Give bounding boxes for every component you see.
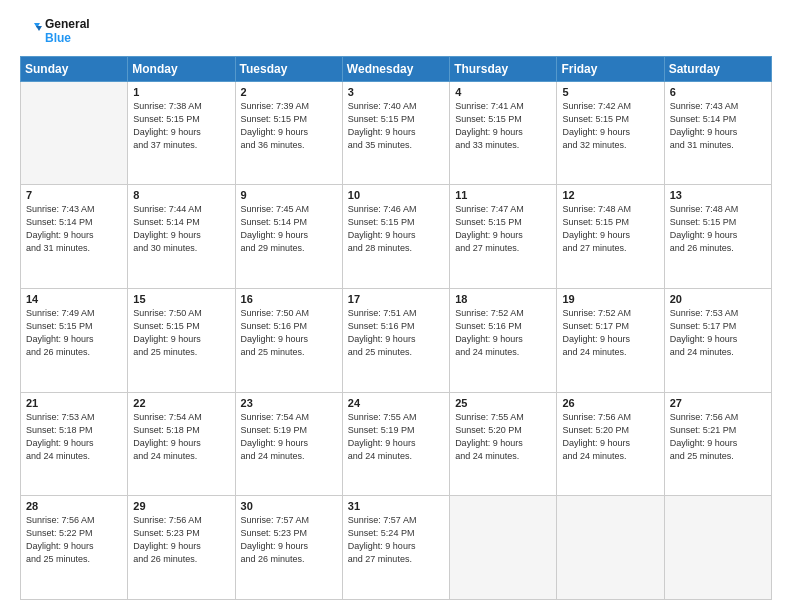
- day-number: 4: [455, 86, 551, 98]
- day-number: 5: [562, 86, 658, 98]
- calendar-day: 31Sunrise: 7:57 AM Sunset: 5:24 PM Dayli…: [342, 496, 449, 600]
- calendar-day: 9Sunrise: 7:45 AM Sunset: 5:14 PM Daylig…: [235, 185, 342, 289]
- day-number: 15: [133, 293, 229, 305]
- calendar-day: 20Sunrise: 7:53 AM Sunset: 5:17 PM Dayli…: [664, 288, 771, 392]
- day-number: 18: [455, 293, 551, 305]
- logo-blue-text: Blue: [45, 32, 90, 46]
- weekday-header-tuesday: Tuesday: [235, 56, 342, 81]
- day-number: 9: [241, 189, 337, 201]
- weekday-header-friday: Friday: [557, 56, 664, 81]
- day-number: 8: [133, 189, 229, 201]
- calendar-day: 23Sunrise: 7:54 AM Sunset: 5:19 PM Dayli…: [235, 392, 342, 496]
- page: General Blue SundayMondayTuesdayWednesda…: [0, 0, 792, 612]
- calendar-day: 28Sunrise: 7:56 AM Sunset: 5:22 PM Dayli…: [21, 496, 128, 600]
- calendar-week-2: 7Sunrise: 7:43 AM Sunset: 5:14 PM Daylig…: [21, 185, 772, 289]
- day-number: 6: [670, 86, 766, 98]
- day-number: 17: [348, 293, 444, 305]
- day-info: Sunrise: 7:56 AM Sunset: 5:21 PM Dayligh…: [670, 411, 766, 463]
- calendar-day: 21Sunrise: 7:53 AM Sunset: 5:18 PM Dayli…: [21, 392, 128, 496]
- day-info: Sunrise: 7:54 AM Sunset: 5:19 PM Dayligh…: [241, 411, 337, 463]
- weekday-header-wednesday: Wednesday: [342, 56, 449, 81]
- day-info: Sunrise: 7:42 AM Sunset: 5:15 PM Dayligh…: [562, 100, 658, 152]
- calendar-week-3: 14Sunrise: 7:49 AM Sunset: 5:15 PM Dayli…: [21, 288, 772, 392]
- calendar-week-5: 28Sunrise: 7:56 AM Sunset: 5:22 PM Dayli…: [21, 496, 772, 600]
- day-info: Sunrise: 7:54 AM Sunset: 5:18 PM Dayligh…: [133, 411, 229, 463]
- day-info: Sunrise: 7:56 AM Sunset: 5:20 PM Dayligh…: [562, 411, 658, 463]
- calendar-day: 2Sunrise: 7:39 AM Sunset: 5:15 PM Daylig…: [235, 81, 342, 185]
- day-number: 3: [348, 86, 444, 98]
- day-number: 12: [562, 189, 658, 201]
- day-info: Sunrise: 7:48 AM Sunset: 5:15 PM Dayligh…: [670, 203, 766, 255]
- logo-svg-icon: [20, 21, 42, 43]
- day-info: Sunrise: 7:50 AM Sunset: 5:15 PM Dayligh…: [133, 307, 229, 359]
- calendar-day: 13Sunrise: 7:48 AM Sunset: 5:15 PM Dayli…: [664, 185, 771, 289]
- weekday-header-saturday: Saturday: [664, 56, 771, 81]
- day-info: Sunrise: 7:46 AM Sunset: 5:15 PM Dayligh…: [348, 203, 444, 255]
- weekday-header-row: SundayMondayTuesdayWednesdayThursdayFrid…: [21, 56, 772, 81]
- weekday-header-thursday: Thursday: [450, 56, 557, 81]
- day-info: Sunrise: 7:44 AM Sunset: 5:14 PM Dayligh…: [133, 203, 229, 255]
- calendar-day: 4Sunrise: 7:41 AM Sunset: 5:15 PM Daylig…: [450, 81, 557, 185]
- svg-marker-1: [36, 26, 42, 31]
- calendar-day: 29Sunrise: 7:56 AM Sunset: 5:23 PM Dayli…: [128, 496, 235, 600]
- day-info: Sunrise: 7:48 AM Sunset: 5:15 PM Dayligh…: [562, 203, 658, 255]
- day-number: 30: [241, 500, 337, 512]
- day-number: 21: [26, 397, 122, 409]
- calendar-day: 7Sunrise: 7:43 AM Sunset: 5:14 PM Daylig…: [21, 185, 128, 289]
- day-info: Sunrise: 7:40 AM Sunset: 5:15 PM Dayligh…: [348, 100, 444, 152]
- day-number: 14: [26, 293, 122, 305]
- calendar-day: [21, 81, 128, 185]
- day-number: 19: [562, 293, 658, 305]
- calendar-day: 16Sunrise: 7:50 AM Sunset: 5:16 PM Dayli…: [235, 288, 342, 392]
- logo: General Blue: [20, 18, 90, 46]
- day-info: Sunrise: 7:51 AM Sunset: 5:16 PM Dayligh…: [348, 307, 444, 359]
- day-info: Sunrise: 7:49 AM Sunset: 5:15 PM Dayligh…: [26, 307, 122, 359]
- day-number: 11: [455, 189, 551, 201]
- day-info: Sunrise: 7:45 AM Sunset: 5:14 PM Dayligh…: [241, 203, 337, 255]
- calendar-day: [664, 496, 771, 600]
- calendar-day: 26Sunrise: 7:56 AM Sunset: 5:20 PM Dayli…: [557, 392, 664, 496]
- calendar-day: 1Sunrise: 7:38 AM Sunset: 5:15 PM Daylig…: [128, 81, 235, 185]
- day-info: Sunrise: 7:43 AM Sunset: 5:14 PM Dayligh…: [670, 100, 766, 152]
- calendar-day: 24Sunrise: 7:55 AM Sunset: 5:19 PM Dayli…: [342, 392, 449, 496]
- day-number: 23: [241, 397, 337, 409]
- calendar-day: 30Sunrise: 7:57 AM Sunset: 5:23 PM Dayli…: [235, 496, 342, 600]
- day-info: Sunrise: 7:55 AM Sunset: 5:19 PM Dayligh…: [348, 411, 444, 463]
- weekday-header-monday: Monday: [128, 56, 235, 81]
- day-info: Sunrise: 7:57 AM Sunset: 5:23 PM Dayligh…: [241, 514, 337, 566]
- day-number: 1: [133, 86, 229, 98]
- day-info: Sunrise: 7:57 AM Sunset: 5:24 PM Dayligh…: [348, 514, 444, 566]
- day-number: 26: [562, 397, 658, 409]
- day-info: Sunrise: 7:47 AM Sunset: 5:15 PM Dayligh…: [455, 203, 551, 255]
- calendar-day: [557, 496, 664, 600]
- day-number: 27: [670, 397, 766, 409]
- day-info: Sunrise: 7:41 AM Sunset: 5:15 PM Dayligh…: [455, 100, 551, 152]
- weekday-header-sunday: Sunday: [21, 56, 128, 81]
- calendar-day: 15Sunrise: 7:50 AM Sunset: 5:15 PM Dayli…: [128, 288, 235, 392]
- header: General Blue: [20, 18, 772, 46]
- calendar-day: 22Sunrise: 7:54 AM Sunset: 5:18 PM Dayli…: [128, 392, 235, 496]
- logo-general-text: General: [45, 18, 90, 32]
- day-info: Sunrise: 7:56 AM Sunset: 5:23 PM Dayligh…: [133, 514, 229, 566]
- day-number: 22: [133, 397, 229, 409]
- calendar-day: 6Sunrise: 7:43 AM Sunset: 5:14 PM Daylig…: [664, 81, 771, 185]
- calendar-week-4: 21Sunrise: 7:53 AM Sunset: 5:18 PM Dayli…: [21, 392, 772, 496]
- calendar-day: 17Sunrise: 7:51 AM Sunset: 5:16 PM Dayli…: [342, 288, 449, 392]
- day-number: 2: [241, 86, 337, 98]
- day-number: 29: [133, 500, 229, 512]
- calendar-day: 11Sunrise: 7:47 AM Sunset: 5:15 PM Dayli…: [450, 185, 557, 289]
- day-info: Sunrise: 7:50 AM Sunset: 5:16 PM Dayligh…: [241, 307, 337, 359]
- day-info: Sunrise: 7:52 AM Sunset: 5:17 PM Dayligh…: [562, 307, 658, 359]
- calendar-day: 14Sunrise: 7:49 AM Sunset: 5:15 PM Dayli…: [21, 288, 128, 392]
- day-number: 31: [348, 500, 444, 512]
- day-info: Sunrise: 7:38 AM Sunset: 5:15 PM Dayligh…: [133, 100, 229, 152]
- day-number: 16: [241, 293, 337, 305]
- day-number: 7: [26, 189, 122, 201]
- day-info: Sunrise: 7:53 AM Sunset: 5:18 PM Dayligh…: [26, 411, 122, 463]
- calendar-day: 25Sunrise: 7:55 AM Sunset: 5:20 PM Dayli…: [450, 392, 557, 496]
- calendar-day: 27Sunrise: 7:56 AM Sunset: 5:21 PM Dayli…: [664, 392, 771, 496]
- day-info: Sunrise: 7:53 AM Sunset: 5:17 PM Dayligh…: [670, 307, 766, 359]
- calendar-day: 5Sunrise: 7:42 AM Sunset: 5:15 PM Daylig…: [557, 81, 664, 185]
- calendar-day: 19Sunrise: 7:52 AM Sunset: 5:17 PM Dayli…: [557, 288, 664, 392]
- calendar-day: 8Sunrise: 7:44 AM Sunset: 5:14 PM Daylig…: [128, 185, 235, 289]
